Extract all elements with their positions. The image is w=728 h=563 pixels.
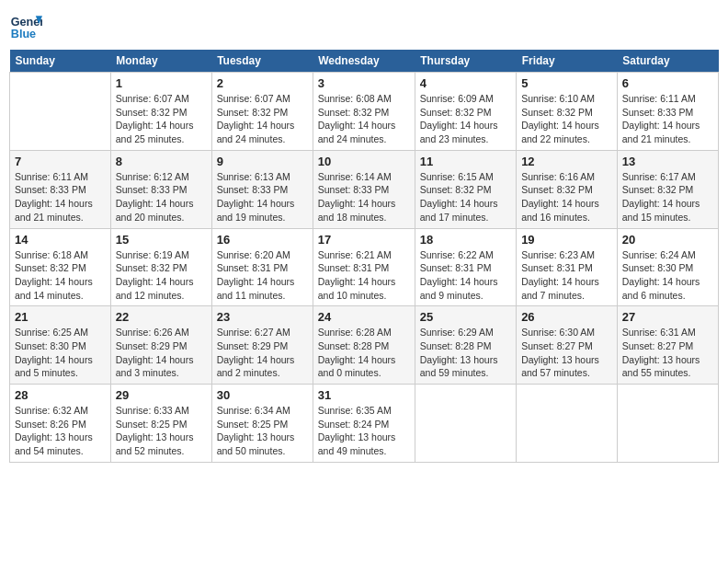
day-number: 14: [15, 233, 106, 247]
calendar-cell: 17Sunrise: 6:21 AM Sunset: 8:31 PM Dayli…: [313, 228, 415, 306]
day-number: 19: [521, 233, 612, 247]
day-info: Sunrise: 6:11 AM Sunset: 8:33 PM Dayligh…: [622, 92, 713, 146]
day-number: 16: [217, 233, 308, 247]
calendar-cell: 31Sunrise: 6:35 AM Sunset: 8:24 PM Dayli…: [313, 385, 415, 463]
header: General Blue: [9, 9, 719, 42]
day-number: 1: [116, 76, 207, 90]
week-row-5: 28Sunrise: 6:32 AM Sunset: 8:26 PM Dayli…: [10, 385, 719, 463]
day-number: 21: [15, 310, 106, 324]
week-row-4: 21Sunrise: 6:25 AM Sunset: 8:30 PM Dayli…: [10, 306, 719, 385]
day-number: 25: [420, 310, 511, 324]
day-number: 29: [116, 388, 207, 402]
calendar-cell: 19Sunrise: 6:23 AM Sunset: 8:31 PM Dayli…: [517, 228, 618, 306]
day-info: Sunrise: 6:07 AM Sunset: 8:32 PM Dayligh…: [217, 92, 308, 146]
day-info: Sunrise: 6:09 AM Sunset: 8:32 PM Dayligh…: [420, 92, 511, 146]
day-info: Sunrise: 6:08 AM Sunset: 8:32 PM Dayligh…: [318, 92, 410, 146]
calendar-cell: 21Sunrise: 6:25 AM Sunset: 8:30 PM Dayli…: [10, 306, 111, 385]
day-info: Sunrise: 6:33 AM Sunset: 8:25 PM Dayligh…: [116, 404, 207, 458]
day-number: 18: [420, 233, 511, 247]
calendar-cell: 15Sunrise: 6:19 AM Sunset: 8:32 PM Dayli…: [110, 228, 211, 306]
calendar-cell: 29Sunrise: 6:33 AM Sunset: 8:25 PM Dayli…: [110, 385, 211, 463]
day-header-saturday: Saturday: [617, 50, 718, 73]
calendar-cell: 30Sunrise: 6:34 AM Sunset: 8:25 PM Dayli…: [211, 385, 313, 463]
day-number: 10: [318, 155, 410, 168]
day-header-friday: Friday: [517, 50, 618, 73]
day-info: Sunrise: 6:20 AM Sunset: 8:31 PM Dayligh…: [217, 248, 308, 303]
day-info: Sunrise: 6:28 AM Sunset: 8:28 PM Dayligh…: [318, 326, 410, 380]
calendar-table: SundayMondayTuesdayWednesdayThursdayFrid…: [9, 50, 719, 463]
calendar-cell: 27Sunrise: 6:31 AM Sunset: 8:27 PM Dayli…: [617, 306, 718, 385]
calendar-cell: 28Sunrise: 6:32 AM Sunset: 8:26 PM Dayli…: [10, 385, 111, 463]
calendar-cell: 3Sunrise: 6:08 AM Sunset: 8:32 PM Daylig…: [313, 73, 415, 151]
day-header-tuesday: Tuesday: [211, 50, 313, 73]
day-info: Sunrise: 6:17 AM Sunset: 8:32 PM Dayligh…: [622, 170, 713, 224]
calendar-cell: [517, 385, 618, 463]
day-info: Sunrise: 6:07 AM Sunset: 8:32 PM Dayligh…: [116, 92, 207, 146]
day-header-wednesday: Wednesday: [313, 50, 415, 73]
day-number: 23: [217, 310, 308, 324]
calendar-cell: 4Sunrise: 6:09 AM Sunset: 8:32 PM Daylig…: [415, 73, 516, 151]
day-number: 31: [318, 388, 410, 402]
day-info: Sunrise: 6:15 AM Sunset: 8:32 PM Dayligh…: [420, 170, 511, 224]
calendar-cell: [617, 385, 718, 463]
week-row-3: 14Sunrise: 6:18 AM Sunset: 8:32 PM Dayli…: [10, 228, 719, 306]
day-number: 8: [116, 155, 207, 168]
calendar-cell: 14Sunrise: 6:18 AM Sunset: 8:32 PM Dayli…: [10, 228, 111, 306]
day-number: 7: [15, 155, 106, 168]
calendar-cell: [10, 73, 111, 151]
calendar-cell: [415, 385, 516, 463]
calendar-cell: 5Sunrise: 6:10 AM Sunset: 8:32 PM Daylig…: [517, 73, 618, 151]
calendar-cell: 23Sunrise: 6:27 AM Sunset: 8:29 PM Dayli…: [211, 306, 313, 385]
day-number: 26: [521, 310, 612, 324]
day-number: 24: [318, 310, 410, 324]
calendar-cell: 10Sunrise: 6:14 AM Sunset: 8:33 PM Dayli…: [313, 150, 415, 228]
day-number: 15: [116, 233, 207, 247]
calendar-cell: 24Sunrise: 6:28 AM Sunset: 8:28 PM Dayli…: [313, 306, 415, 385]
calendar-cell: 11Sunrise: 6:15 AM Sunset: 8:32 PM Dayli…: [415, 150, 516, 228]
day-number: 30: [217, 388, 308, 402]
day-number: 6: [622, 76, 713, 90]
day-info: Sunrise: 6:19 AM Sunset: 8:32 PM Dayligh…: [116, 248, 207, 303]
day-info: Sunrise: 6:12 AM Sunset: 8:33 PM Dayligh…: [116, 170, 207, 224]
day-number: 9: [217, 155, 308, 168]
calendar-cell: 7Sunrise: 6:11 AM Sunset: 8:33 PM Daylig…: [10, 150, 111, 228]
day-number: 20: [622, 233, 713, 247]
days-header-row: SundayMondayTuesdayWednesdayThursdayFrid…: [10, 50, 719, 73]
day-number: 3: [318, 76, 410, 90]
day-info: Sunrise: 6:22 AM Sunset: 8:31 PM Dayligh…: [420, 248, 511, 303]
day-info: Sunrise: 6:18 AM Sunset: 8:32 PM Dayligh…: [15, 248, 106, 303]
day-number: 12: [521, 155, 612, 168]
day-info: Sunrise: 6:34 AM Sunset: 8:25 PM Dayligh…: [217, 404, 308, 458]
calendar-cell: 22Sunrise: 6:26 AM Sunset: 8:29 PM Dayli…: [110, 306, 211, 385]
day-info: Sunrise: 6:24 AM Sunset: 8:30 PM Dayligh…: [622, 248, 713, 303]
day-info: Sunrise: 6:31 AM Sunset: 8:27 PM Dayligh…: [622, 326, 713, 380]
logo-icon: General Blue: [9, 9, 42, 42]
day-number: 11: [420, 155, 511, 168]
calendar-cell: 1Sunrise: 6:07 AM Sunset: 8:32 PM Daylig…: [110, 73, 211, 151]
calendar-cell: 16Sunrise: 6:20 AM Sunset: 8:31 PM Dayli…: [211, 228, 313, 306]
day-info: Sunrise: 6:10 AM Sunset: 8:32 PM Dayligh…: [521, 92, 612, 146]
day-number: 28: [15, 388, 106, 402]
day-header-monday: Monday: [110, 50, 211, 73]
calendar-cell: 9Sunrise: 6:13 AM Sunset: 8:33 PM Daylig…: [211, 150, 313, 228]
day-number: 22: [116, 310, 207, 324]
day-info: Sunrise: 6:16 AM Sunset: 8:32 PM Dayligh…: [521, 170, 612, 224]
calendar-cell: 2Sunrise: 6:07 AM Sunset: 8:32 PM Daylig…: [211, 73, 313, 151]
week-row-2: 7Sunrise: 6:11 AM Sunset: 8:33 PM Daylig…: [10, 150, 719, 228]
day-info: Sunrise: 6:23 AM Sunset: 8:31 PM Dayligh…: [521, 248, 612, 303]
day-info: Sunrise: 6:14 AM Sunset: 8:33 PM Dayligh…: [318, 170, 410, 224]
calendar-cell: 20Sunrise: 6:24 AM Sunset: 8:30 PM Dayli…: [617, 228, 718, 306]
day-number: 13: [622, 155, 713, 168]
day-number: 27: [622, 310, 713, 324]
day-info: Sunrise: 6:11 AM Sunset: 8:33 PM Dayligh…: [15, 170, 106, 224]
day-info: Sunrise: 6:35 AM Sunset: 8:24 PM Dayligh…: [318, 404, 410, 458]
day-info: Sunrise: 6:27 AM Sunset: 8:29 PM Dayligh…: [217, 326, 308, 380]
day-number: 4: [420, 76, 511, 90]
week-row-1: 1Sunrise: 6:07 AM Sunset: 8:32 PM Daylig…: [10, 73, 719, 151]
day-info: Sunrise: 6:32 AM Sunset: 8:26 PM Dayligh…: [15, 404, 106, 458]
calendar-cell: 6Sunrise: 6:11 AM Sunset: 8:33 PM Daylig…: [617, 73, 718, 151]
day-number: 2: [217, 76, 308, 90]
calendar-cell: 12Sunrise: 6:16 AM Sunset: 8:32 PM Dayli…: [517, 150, 618, 228]
day-header-sunday: Sunday: [10, 50, 111, 73]
day-info: Sunrise: 6:13 AM Sunset: 8:33 PM Dayligh…: [217, 170, 308, 224]
